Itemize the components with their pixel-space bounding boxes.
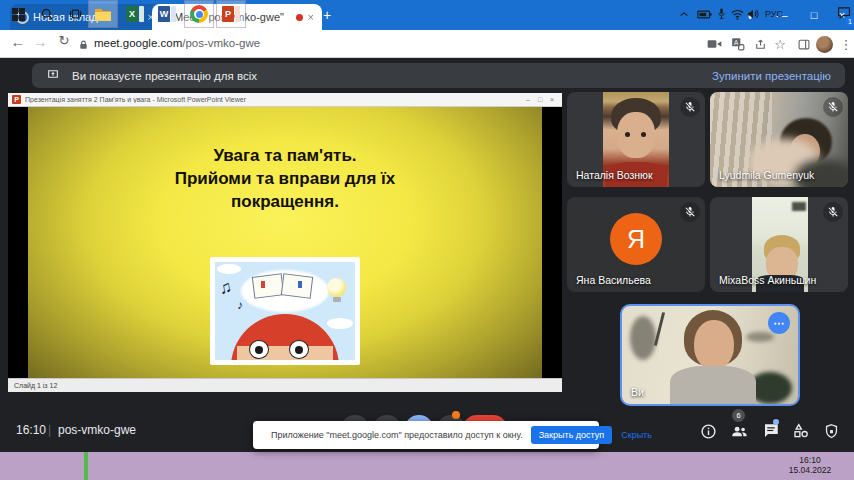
powerpoint-titlebar: P Презентація заняття 2 Пам'ять и увага …: [8, 93, 562, 107]
participant-count-badge: 6: [732, 409, 745, 422]
video-shape: [630, 316, 656, 360]
task-view-icon: [68, 7, 83, 21]
self-view-tile[interactable]: ⋯ Ви: [620, 304, 800, 406]
chrome-icon: [190, 5, 208, 23]
chat-unread-dot-icon: [773, 419, 779, 425]
excel-icon: X: [126, 6, 144, 22]
avatar-letter: Я: [627, 225, 645, 254]
participant-tile[interactable]: Я Яна Васильева: [567, 197, 705, 292]
present-icon: [46, 67, 60, 85]
share-icon[interactable]: [750, 34, 770, 54]
shared-presentation-window: P Презентація заняття 2 Пам'ять и увага …: [8, 93, 562, 392]
tray-chevron-button[interactable]: [674, 0, 694, 28]
slide-title-line1: Увага та пам'ять.: [130, 145, 440, 168]
battery-tray-icon[interactable]: [694, 0, 714, 28]
video-shape: [746, 332, 774, 342]
browser-menu-kebab-icon[interactable]: ⋮: [836, 34, 854, 54]
presenting-message: Ви показуєте презентацію для всіх: [72, 70, 712, 82]
volume-tray-icon[interactable]: [744, 0, 762, 28]
forward-button[interactable]: →: [30, 33, 50, 50]
pupil-shape: [295, 346, 303, 354]
translate-icon[interactable]: A: [728, 34, 748, 54]
divider: |: [48, 423, 51, 437]
meeting-info-button[interactable]: [698, 421, 718, 441]
slide-stage: Увага та пам'ять. Прийоми та вправи для …: [8, 107, 562, 378]
mic-off-icon: [823, 97, 843, 117]
language-indicator[interactable]: РУС: [762, 0, 786, 28]
back-button[interactable]: ←: [8, 33, 28, 50]
clock-date: 15.04.2022: [788, 465, 832, 475]
stop-presentation-button[interactable]: Зупинити презентацію: [712, 70, 831, 82]
pupil-shape: [255, 346, 263, 354]
slide-illustration: ♫ ♪: [210, 257, 360, 365]
participant-name: Lyudmila Gumenyuk: [719, 169, 814, 181]
address-bar[interactable]: meet.google.com/pos-vmko-gwe: [94, 37, 260, 49]
powerpoint-statusbar: Слайд 1 із 12: [8, 378, 562, 392]
bulb-base-shape: [333, 297, 341, 302]
powerpoint-button[interactable]: P: [216, 0, 246, 28]
window-maximize-button[interactable]: □: [800, 0, 828, 30]
light-bulb-shape: [327, 278, 346, 297]
video-shape: [625, 132, 630, 137]
participant-tile[interactable]: Lyudmila Gumenyuk: [710, 92, 848, 187]
participant-tile[interactable]: Наталія Вознюк: [567, 92, 705, 187]
presenting-banner: Ви показуєте презентацію для всіх Зупини…: [32, 63, 845, 88]
mic-off-icon: [680, 202, 700, 222]
video-shape: [670, 366, 756, 406]
participants-button[interactable]: [729, 421, 749, 441]
participant-tile[interactable]: MixaBoss Акиньшин: [710, 197, 848, 292]
music-note-icon: ♪: [237, 298, 243, 312]
new-tab-button[interactable]: +: [318, 7, 336, 23]
recording-indicator-icon: [296, 14, 303, 21]
book-mark-shape: [261, 281, 265, 288]
host-controls-button[interactable]: [821, 421, 841, 441]
self-tile-menu-button[interactable]: ⋯: [768, 312, 790, 334]
profile-avatar[interactable]: [814, 34, 834, 54]
reload-button[interactable]: ↻: [54, 33, 74, 48]
close-access-button[interactable]: Закрыть доступ: [531, 426, 613, 444]
mic-off-icon: [680, 97, 700, 117]
ppt-close-button: ×: [546, 96, 558, 103]
book-mark-shape: [298, 281, 302, 288]
meeting-time: 16:10: [16, 423, 46, 437]
notification-message: Приложение "meet.google.com" предоставил…: [271, 430, 523, 440]
video-shape: [792, 202, 806, 211]
avatar: Я: [610, 213, 662, 265]
taskbar-search-button[interactable]: [34, 0, 60, 28]
excel-button[interactable]: X: [120, 0, 150, 28]
video-shape: [694, 320, 734, 370]
action-center-button[interactable]: 1: [834, 0, 854, 28]
activities-button[interactable]: [791, 421, 811, 441]
folder-icon: [94, 7, 112, 22]
side-panel-icon[interactable]: [794, 34, 814, 54]
taskbar-clock[interactable]: 16:10 15.04.2022: [788, 455, 832, 475]
lock-icon: [78, 37, 89, 55]
task-view-button[interactable]: [62, 0, 88, 28]
slide-title-line2: Прийоми та вправи для їх покращення.: [130, 168, 440, 214]
video-shape: [617, 112, 655, 158]
tab-camera-in-use-icon[interactable]: [704, 34, 724, 54]
open-book-shape: [252, 273, 284, 298]
hide-link[interactable]: Скрыть: [621, 430, 652, 440]
green-indicator-bar: [84, 452, 88, 480]
powerpoint-icon: P: [222, 6, 240, 22]
meeting-code: pos-vmko-gwe: [58, 423, 136, 437]
tab-close-icon[interactable]: ×: [306, 11, 316, 23]
chrome-button[interactable]: [184, 0, 214, 28]
video-shape: [641, 132, 646, 137]
participant-name: Наталія Вознюк: [576, 169, 653, 181]
clock-time: 16:10: [788, 455, 832, 465]
ppt-maximize-button: □: [534, 96, 546, 103]
open-book-shape: [281, 273, 313, 298]
screen: Новая вкладка × Meet: "pos-vmko-gwe" × +…: [0, 0, 854, 480]
file-explorer-button[interactable]: [88, 0, 118, 28]
word-icon: W: [158, 6, 176, 22]
start-button[interactable]: [4, 0, 32, 28]
avatar: [816, 36, 833, 53]
notification-icon: 1: [837, 5, 851, 23]
more-options-icon: ⋯: [774, 317, 785, 330]
ppt-minimize-button: –: [522, 96, 534, 103]
word-button[interactable]: W: [152, 0, 182, 28]
bookmark-star-icon[interactable]: ☆: [770, 34, 790, 54]
powerpoint-app-icon: P: [12, 95, 21, 104]
